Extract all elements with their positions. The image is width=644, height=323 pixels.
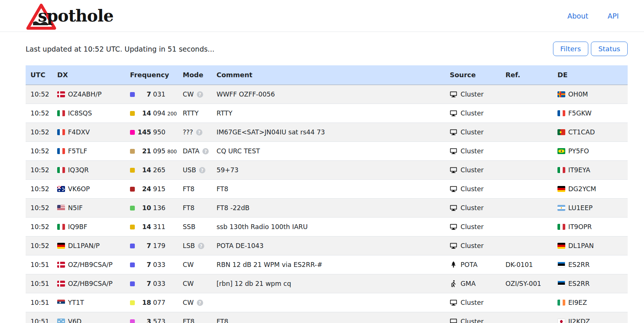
dx-callsign-link[interactable]: YT1T — [68, 299, 84, 306]
comment-cell: FT8 -22dB — [212, 198, 445, 217]
ref-cell — [501, 217, 553, 236]
column-header-de: DE — [553, 65, 628, 85]
de-cell: IT9OPR — [553, 217, 628, 236]
dx-callsign-link[interactable]: DL1PAN/P — [68, 242, 100, 249]
source-label: Cluster — [461, 223, 484, 231]
mode-help-icon[interactable]: ? — [199, 167, 205, 173]
br-flag-icon — [557, 148, 565, 154]
de-callsign-link[interactable]: DG2YCM — [568, 185, 596, 193]
de-cell: IT9EYA — [553, 160, 628, 179]
band-color-square — [130, 187, 135, 192]
top-nav: About API — [567, 12, 627, 20]
it-flag-icon — [57, 224, 65, 230]
utc-cell: 10:52 — [26, 123, 52, 141]
it-flag-icon — [557, 224, 565, 230]
de-callsign-link[interactable]: ES2RR — [568, 280, 590, 287]
table-row: 10:51OZ/HB9CSA/P7033CW[rbn] 12 db 21 wpm… — [26, 274, 628, 293]
source-label: Cluster — [461, 110, 484, 117]
desktop-icon — [450, 147, 457, 155]
utc-cell: 10:52 — [26, 179, 52, 198]
de-callsign-link[interactable]: EI9EZ — [568, 299, 587, 306]
source-label: Cluster — [461, 147, 484, 155]
de-cell: JI2KDZ — [553, 312, 628, 323]
de-cell: F5GKW — [553, 104, 628, 123]
frequency-mhz: 21 — [135, 147, 151, 155]
mode-label: FT8 — [183, 185, 195, 193]
dx-callsign-link[interactable]: OZ/HB9CSA/P — [68, 261, 113, 268]
desktop-icon — [450, 166, 457, 174]
utc-cell: 10:52 — [26, 85, 52, 104]
de-callsign-link[interactable]: IT9OPR — [568, 223, 592, 231]
fm-flag-icon — [57, 319, 65, 323]
source-label: Cluster — [461, 185, 484, 193]
mode-help-icon[interactable]: ? — [202, 148, 209, 154]
frequency-mhz: 7 — [135, 261, 151, 268]
ref-cell — [501, 198, 553, 217]
dx-callsign-link[interactable]: F5TLF — [68, 147, 87, 155]
de-callsign-link[interactable]: CT1CAD — [568, 128, 595, 136]
band-color-square — [130, 244, 135, 248]
it-flag-icon — [557, 167, 565, 173]
source-cell: GMA — [445, 274, 501, 293]
frequency-cell: 14311 — [125, 217, 178, 236]
dx-callsign-link[interactable]: IQ3QR — [68, 166, 89, 174]
column-header-ref: Ref. — [501, 65, 553, 85]
frequency-cell: 7033 — [125, 274, 178, 293]
ref-cell: DK-0101 — [501, 255, 553, 274]
band-color-square — [130, 92, 135, 97]
person-hiking-icon — [450, 280, 457, 287]
ie-flag-icon — [557, 300, 565, 306]
mode-help-icon[interactable]: ? — [197, 91, 203, 98]
utc-cell: 10:52 — [26, 198, 52, 217]
column-header-mode: Mode — [178, 65, 212, 85]
it-flag-icon — [57, 167, 65, 173]
main-content: Last updated at 10:52 UTC. Updating in 5… — [0, 42, 644, 323]
mode-label: CW — [183, 261, 194, 268]
de-callsign-link[interactable]: F5GKW — [568, 110, 592, 117]
table-row: 10:52N5IF10136FT8FT8 -22dBClusterLU1EEP — [26, 198, 628, 217]
mode-help-icon[interactable]: ? — [197, 300, 203, 306]
de-callsign-link[interactable]: IT9EYA — [568, 166, 590, 174]
nav-link-about[interactable]: About — [567, 12, 588, 20]
de-callsign-link[interactable]: DL1PAN — [568, 242, 594, 249]
mode-label: FT8 — [183, 204, 195, 212]
dx-callsign-link[interactable]: OZ4ABH/P — [68, 91, 101, 98]
desktop-icon — [450, 242, 457, 249]
column-header-utc: UTC — [26, 65, 52, 85]
table-row: 10:52DL1PAN/P7179LSB?POTA DE-1043Cluster… — [26, 236, 628, 255]
de-callsign-link[interactable]: LU1EEP — [568, 204, 593, 212]
de-cell: DG2YCM — [553, 179, 628, 198]
dx-callsign-link[interactable]: IQ9BF — [68, 223, 87, 231]
dx-callsign-link[interactable]: F4DXV — [68, 128, 90, 136]
mode-cell: RTTY — [178, 104, 212, 123]
de-callsign-link[interactable]: ES2RR — [568, 261, 590, 268]
filters-button[interactable]: Filters — [553, 42, 588, 56]
band-color-square — [130, 111, 135, 116]
dx-callsign-link[interactable]: VK6OP — [68, 185, 90, 193]
nav-link-api[interactable]: API — [608, 12, 619, 20]
mode-help-icon[interactable]: ? — [196, 129, 202, 136]
au-flag-icon — [57, 186, 65, 192]
rs-flag-icon — [57, 300, 65, 306]
dx-callsign-link[interactable]: N5IF — [68, 204, 82, 212]
source-cell: Cluster — [445, 123, 501, 141]
dx-cell: N5IF — [52, 198, 125, 217]
frequency-mhz: 145 — [135, 128, 151, 136]
de-callsign-link[interactable]: PY5FO — [568, 147, 589, 155]
status-button[interactable]: Status — [591, 42, 628, 56]
utc-cell: 10:52 — [26, 160, 52, 179]
source-label: GMA — [461, 280, 476, 287]
source-cell: Cluster — [445, 198, 501, 217]
dx-callsign-link[interactable]: V6D — [68, 318, 82, 323]
de-callsign-link[interactable]: JI2KDZ — [568, 318, 590, 323]
de-callsign-link[interactable]: OH0M — [568, 91, 588, 98]
action-buttons: Filters Status — [553, 42, 628, 56]
mode-help-icon[interactable]: ? — [198, 243, 204, 249]
source-cell: POTA — [445, 255, 501, 274]
dx-callsign-link[interactable]: OZ/HB9CSA/P — [68, 280, 113, 287]
frequency-mhz: 7 — [135, 91, 151, 98]
mode-cell: SSB — [178, 217, 212, 236]
dx-callsign-link[interactable]: IC8SQS — [68, 110, 92, 117]
frequency-cell: 7033 — [125, 255, 178, 274]
logo[interactable]: spothole — [26, 1, 113, 30]
